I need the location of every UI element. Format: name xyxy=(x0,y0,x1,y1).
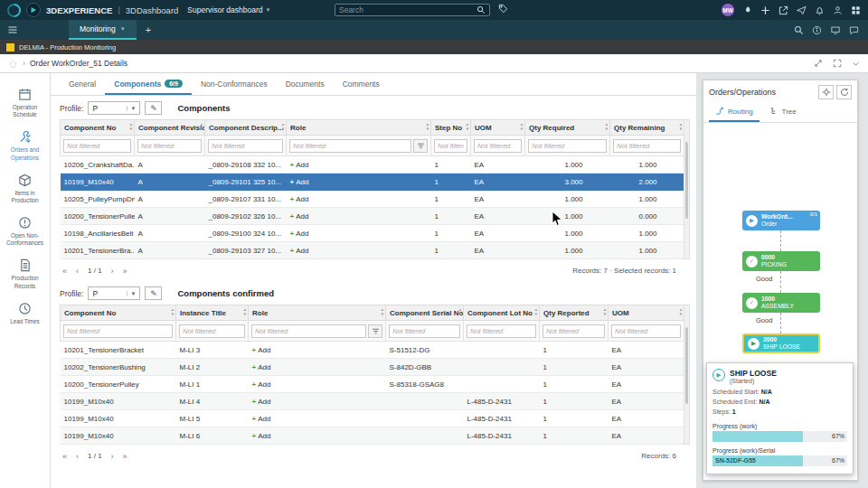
components-table-row[interactable]: 10205_PulleyPumpDrv A _0809-29107 331 10… xyxy=(61,191,684,208)
add-link[interactable]: +Add xyxy=(290,247,309,255)
col-qty-required[interactable]: Qty Required▴▾ xyxy=(525,120,610,136)
add-link[interactable]: +Add xyxy=(252,363,271,371)
col-role[interactable]: Role▴▾ xyxy=(287,120,431,136)
tab-documents[interactable]: Documents xyxy=(277,73,334,95)
flow-node-ship-loose[interactable]: ▶ 2000SHIP LOOSE xyxy=(742,333,820,353)
edit-profile-button[interactable]: ✎ xyxy=(145,101,162,115)
first-page-button[interactable]: « xyxy=(60,267,70,276)
avatar[interactable]: MW xyxy=(722,4,734,16)
filter-qty-required[interactable] xyxy=(528,139,607,153)
confirmed-table-row[interactable]: 10202_TensionerBushing M-LI 2 +Add S-842… xyxy=(61,359,684,376)
maximize-icon[interactable] xyxy=(833,59,842,68)
dashboard-app-logo-icon[interactable] xyxy=(26,3,41,17)
filter-component-description[interactable] xyxy=(208,139,283,153)
tab-general[interactable]: General xyxy=(60,73,105,95)
add-link[interactable]: +Add xyxy=(252,415,271,423)
components-table-row[interactable]: 10199_M10x40 A _0809-29101 325 10... +Ad… xyxy=(61,174,684,191)
last-page-button[interactable]: » xyxy=(120,452,130,461)
components-table-row[interactable]: 10201_TensionerBra... A _0809-29103 327 … xyxy=(61,242,684,259)
send-icon[interactable] xyxy=(797,5,807,15)
sidebar-item-operation-schedule[interactable]: Operation Schedule xyxy=(0,88,50,118)
filter-menu-button[interactable] xyxy=(413,139,428,153)
col-component-serial-no[interactable]: Component Serial No▴▾ xyxy=(386,305,464,321)
tab-routing[interactable]: Routing xyxy=(709,103,760,122)
components-table-row[interactable]: 10200_TensionerPulley A _0809-29102 326 … xyxy=(61,208,684,225)
chevron-down-icon[interactable] xyxy=(852,60,860,68)
col-qty-remaining[interactable]: Qty Remaining▴▾ xyxy=(610,120,684,136)
user-icon[interactable] xyxy=(833,5,843,15)
col-step-no[interactable]: Step No▴▾ xyxy=(431,120,471,136)
add-link[interactable]: +Add xyxy=(290,161,309,169)
add-link[interactable]: +Add xyxy=(290,212,309,221)
global-search-input[interactable] xyxy=(339,5,474,14)
filter-step-no[interactable] xyxy=(434,139,467,153)
col-component-revision[interactable]: Component Revision▴▾ xyxy=(135,120,205,136)
col-uom[interactable]: UOM▴▾ xyxy=(609,305,684,321)
profile-select[interactable]: P ▼ xyxy=(88,286,140,300)
filter-component-serial-no[interactable] xyxy=(389,324,460,338)
add-link[interactable]: +Add xyxy=(290,178,309,186)
sidebar-item-lead-times[interactable]: Lead Times xyxy=(0,302,50,325)
col-component-lot-no[interactable]: Component Lot No▴▾ xyxy=(464,305,540,321)
add-link[interactable]: +Add xyxy=(252,346,271,354)
search-icon[interactable] xyxy=(476,5,486,14)
sidebar-item-orders-and-operations[interactable]: Orders and Operations xyxy=(0,130,50,161)
edit-profile-button[interactable]: ✎ xyxy=(145,286,162,300)
add-link[interactable]: +Add xyxy=(252,398,271,406)
filter-instance-title[interactable] xyxy=(179,324,245,338)
filter-component-revision[interactable] xyxy=(137,139,202,153)
add-link[interactable]: +Add xyxy=(252,380,271,389)
prev-page-button[interactable]: ‹ xyxy=(73,452,81,461)
tab-comments[interactable]: Comments xyxy=(334,73,389,95)
refresh-button[interactable] xyxy=(836,85,852,99)
new-tab-button[interactable]: + xyxy=(137,24,160,35)
dashboard-selector[interactable]: Supervisor dashboard ▼ xyxy=(187,5,270,14)
add-link[interactable]: +Add xyxy=(290,195,309,203)
components-table-row[interactable]: 10206_CrankshaftDa... A _0809-29108 332 … xyxy=(61,156,684,174)
tab-non-conformances[interactable]: Non-Conformances xyxy=(192,73,277,95)
flow-node-assembly[interactable]: ✓ 1000ASSEMBLY xyxy=(742,293,820,313)
share-icon[interactable] xyxy=(778,5,788,15)
search-icon[interactable] xyxy=(794,25,804,35)
col-qty-reported[interactable]: Qty Reported▴▾ xyxy=(540,305,609,321)
fit-view-button[interactable] xyxy=(818,85,834,99)
filter-menu-button[interactable] xyxy=(368,324,382,338)
resize-icon[interactable] xyxy=(814,59,823,68)
grid-menu-icon[interactable] xyxy=(851,5,861,15)
flame-icon[interactable] xyxy=(742,5,752,15)
confirmed-table-row[interactable]: 10200_TensionerPulley M-LI 1 +Add S-8531… xyxy=(61,376,684,393)
filter-component-no[interactable] xyxy=(63,324,173,338)
filter-qty-reported[interactable] xyxy=(542,324,605,338)
col-instance-title[interactable]: Instance Title▴▾ xyxy=(176,305,249,321)
filter-component-no[interactable] xyxy=(63,139,131,153)
confirmed-table-row[interactable]: 10199_M10x40 M-LI 5 +Add L-485-D-2431 1 … xyxy=(61,410,684,427)
add-link[interactable]: +Add xyxy=(252,432,271,440)
next-page-button[interactable]: › xyxy=(108,267,117,276)
next-page-button[interactable]: › xyxy=(108,452,117,461)
bell-icon[interactable] xyxy=(815,5,825,15)
last-page-button[interactable]: » xyxy=(120,267,130,276)
col-uom[interactable]: UOM▴▾ xyxy=(471,120,525,136)
confirmed-table-row[interactable]: 10199_M10x40 M-LI 4 +Add L-485-D-2431 1 … xyxy=(61,393,684,410)
confirmed-table-row[interactable]: 10201_TensionerBracket M-LI 3 +Add S-515… xyxy=(61,342,684,359)
tab-monitoring[interactable]: Monitoring ▼ xyxy=(69,20,137,40)
sidebar-item-production-records[interactable]: Production Records xyxy=(0,258,50,289)
components-table-row[interactable]: 10198_AncillariesBelt A _0809-29100 324 … xyxy=(61,225,684,242)
sidebar-item-open-non-conformances[interactable]: Open Non-Conformances xyxy=(0,216,50,247)
prev-page-button[interactable]: ‹ xyxy=(73,267,81,276)
add-icon[interactable] xyxy=(760,5,770,15)
profile-select[interactable]: P ▼ xyxy=(88,101,140,115)
tab-components[interactable]: Components 6/9 xyxy=(105,73,192,95)
col-role[interactable]: Role▴▾ xyxy=(249,305,386,321)
chat-icon[interactable] xyxy=(849,25,859,35)
components-table-scrollbar[interactable] xyxy=(684,119,690,259)
filter-role[interactable] xyxy=(251,324,366,338)
filter-component-lot-no[interactable] xyxy=(467,324,536,338)
col-component-no[interactable]: Component No▴▾ xyxy=(61,120,135,136)
flow-node-order[interactable]: ▶ WorkOrd...Order 0/1 xyxy=(742,211,820,230)
sidebar-item-items-in-production[interactable]: Items in Production xyxy=(0,174,50,204)
filter-uom[interactable] xyxy=(611,324,681,338)
flow-node-picking[interactable]: ✓ 0000PICKING xyxy=(742,251,820,271)
col-component-description[interactable]: Component Descrip...▴▾ xyxy=(205,120,287,136)
filter-qty-remaining[interactable] xyxy=(613,139,681,153)
